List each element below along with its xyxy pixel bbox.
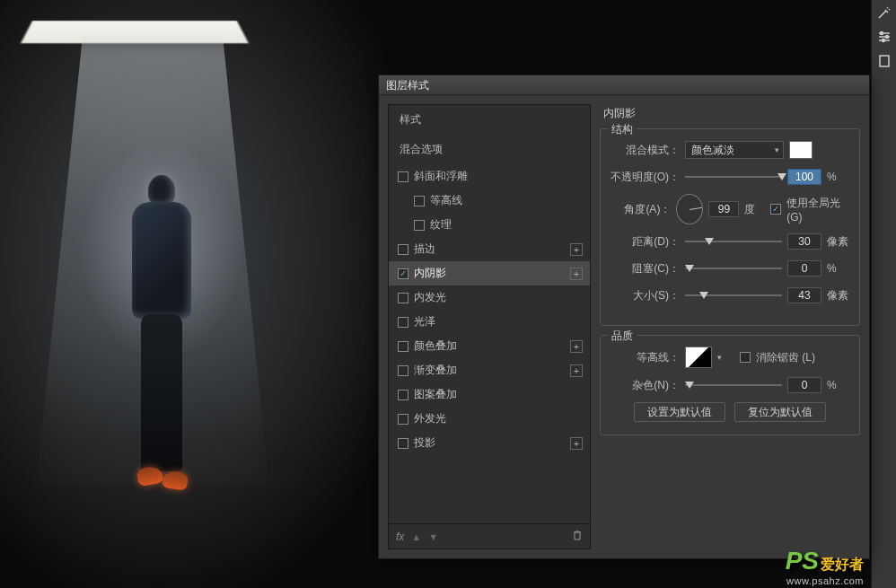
settings-panel: 内阴影 结构 混合模式： 颜色减淡 ▾ 不透明度(O)： 100 % [600, 104, 860, 549]
svg-rect-3 [880, 56, 889, 66]
page-icon[interactable] [877, 54, 892, 71]
structure-group: 结构 混合模式： 颜色减淡 ▾ 不透明度(O)： 100 % 角度( [600, 128, 860, 326]
style-label: 光泽 [414, 314, 435, 329]
style-item-9[interactable]: 图案叠加 [389, 382, 590, 407]
layer-style-dialog: 图层样式 样式 混合选项 斜面和浮雕等高线纹理描边+内阴影+内发光光泽颜色叠加+… [378, 75, 870, 559]
style-item-7[interactable]: 颜色叠加+ [389, 334, 590, 358]
style-checkbox[interactable] [398, 341, 408, 352]
contour-label: 等高线： [610, 350, 680, 365]
style-label: 纹理 [430, 217, 452, 233]
watermark-text: 爱好者 [821, 556, 864, 575]
distance-unit: 像素 [827, 234, 850, 250]
choke-label: 阻塞(C)： [610, 261, 680, 276]
magic-wand-icon[interactable] [877, 5, 892, 22]
style-item-6[interactable]: 光泽 [389, 310, 590, 334]
choke-input[interactable]: 0 [787, 260, 821, 276]
contour-picker[interactable] [685, 347, 712, 368]
fx-label[interactable]: fx [396, 531, 404, 543]
color-swatch[interactable] [789, 141, 813, 159]
style-checkbox[interactable] [398, 268, 408, 279]
arrow-up-icon[interactable]: ▲ [411, 531, 421, 542]
global-light-label: 使用全局光 (G) [786, 196, 850, 224]
styles-panel: 样式 混合选项 斜面和浮雕等高线纹理描边+内阴影+内发光光泽颜色叠加+渐变叠加+… [388, 104, 591, 549]
blend-mode-label: 混合模式： [610, 143, 680, 158]
noise-slider[interactable] [685, 378, 782, 392]
size-slider[interactable] [685, 288, 782, 303]
sliders-icon[interactable] [877, 30, 892, 47]
style-checkbox[interactable] [398, 293, 408, 303]
style-checkbox[interactable] [398, 244, 408, 255]
antialias-label: 消除锯齿 (L) [756, 350, 815, 365]
style-label: 内阴影 [414, 266, 446, 281]
person-figure [112, 175, 211, 507]
styles-header[interactable]: 样式 [389, 105, 590, 135]
watermark-ps: PS [786, 547, 819, 575]
antialias-checkbox[interactable] [740, 352, 751, 363]
style-label: 图案叠加 [414, 387, 457, 402]
style-label: 外发光 [414, 411, 446, 426]
opacity-slider[interactable] [685, 170, 782, 184]
noise-input[interactable]: 0 [787, 377, 821, 393]
style-label: 渐变叠加 [414, 363, 457, 378]
style-label: 颜色叠加 [414, 338, 457, 354]
angle-input[interactable]: 99 [708, 201, 739, 217]
style-label: 斜面和浮雕 [414, 169, 468, 184]
style-item-1[interactable]: 等高线 [389, 189, 590, 213]
style-item-8[interactable]: 渐变叠加+ [389, 358, 590, 382]
add-effect-icon[interactable]: + [570, 340, 583, 353]
svg-point-1 [885, 36, 888, 39]
blend-mode-select[interactable]: 颜色减淡 ▾ [685, 141, 784, 159]
style-item-11[interactable]: 投影+ [389, 431, 590, 455]
arrow-down-icon[interactable]: ▼ [428, 531, 438, 542]
style-checkbox[interactable] [398, 365, 408, 376]
style-checkbox[interactable] [398, 438, 408, 449]
style-checkbox[interactable] [398, 171, 408, 182]
size-unit: 像素 [827, 288, 850, 303]
reset-default-button[interactable]: 复位为默认值 [734, 402, 826, 422]
quality-legend: 品质 [608, 329, 637, 344]
distance-label: 距离(D)： [610, 234, 680, 250]
global-light-checkbox[interactable] [770, 204, 781, 215]
style-label: 描边 [414, 241, 435, 257]
style-label: 等高线 [430, 193, 462, 208]
style-item-10[interactable]: 外发光 [389, 407, 590, 431]
style-checkbox[interactable] [414, 196, 425, 206]
size-label: 大小(S)： [610, 288, 680, 303]
dialog-titlebar[interactable]: 图层样式 [379, 75, 869, 95]
style-item-0[interactable]: 斜面和浮雕 [389, 164, 590, 189]
style-checkbox[interactable] [414, 220, 425, 231]
watermark: PS 爱好者 [786, 547, 864, 575]
angle-label: 角度(A)： [610, 202, 671, 217]
angle-dial[interactable] [676, 194, 703, 224]
svg-point-2 [882, 39, 884, 42]
right-toolbar [871, 0, 896, 588]
add-effect-icon[interactable]: + [570, 268, 583, 280]
choke-slider[interactable] [685, 261, 782, 276]
distance-slider[interactable] [685, 234, 782, 249]
choke-unit: % [827, 262, 850, 275]
chevron-down-icon[interactable]: ▾ [717, 353, 722, 362]
style-checkbox[interactable] [398, 317, 408, 328]
style-item-5[interactable]: 内发光 [389, 285, 590, 310]
section-title: 内阴影 [600, 104, 860, 128]
blend-options[interactable]: 混合选项 [389, 135, 590, 164]
size-input[interactable]: 43 [787, 287, 821, 303]
make-default-button[interactable]: 设置为默认值 [634, 402, 725, 422]
opacity-unit: % [827, 171, 850, 183]
add-effect-icon[interactable]: + [570, 364, 583, 377]
style-item-2[interactable]: 纹理 [389, 213, 590, 237]
noise-label: 杂色(N)： [610, 378, 680, 393]
trash-icon[interactable] [572, 530, 583, 543]
angle-unit: 度 [744, 202, 765, 217]
style-item-4[interactable]: 内阴影+ [389, 261, 590, 285]
style-item-3[interactable]: 描边+ [389, 237, 590, 261]
add-effect-icon[interactable]: + [570, 243, 583, 256]
styles-footer: fx ▲ ▼ [389, 523, 590, 549]
opacity-input[interactable]: 100 [787, 169, 821, 185]
distance-input[interactable]: 30 [787, 233, 821, 250]
chevron-down-icon: ▾ [775, 145, 779, 154]
opacity-label: 不透明度(O)： [610, 170, 680, 185]
add-effect-icon[interactable]: + [570, 437, 583, 450]
style-checkbox[interactable] [398, 390, 408, 400]
style-checkbox[interactable] [398, 414, 408, 425]
